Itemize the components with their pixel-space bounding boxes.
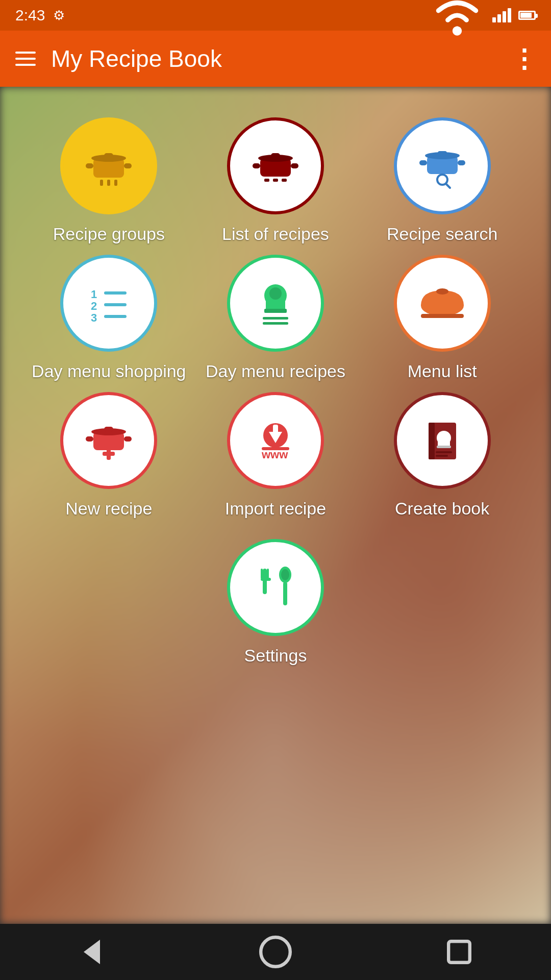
svg-point-37 (436, 288, 448, 295)
pot-search-icon (414, 138, 470, 194)
day-menu-shopping-icon-circle: 1 2 3 (60, 255, 157, 352)
signal-icon (492, 8, 511, 22)
menu-list-label: Menu list (408, 361, 477, 382)
menu-grid: Recipe groups List of recipes (0, 87, 551, 687)
svg-point-0 (453, 26, 462, 35)
svg-rect-21 (458, 160, 465, 165)
bottom-navigation (0, 924, 551, 980)
svg-rect-6 (100, 180, 103, 186)
recent-icon (439, 924, 480, 980)
svg-rect-43 (124, 436, 132, 442)
recipe-groups-icon-circle (60, 117, 157, 214)
list-shopping-icon: 1 2 3 (81, 275, 137, 331)
create-book-icon-circle (394, 392, 491, 489)
utensils-icon (247, 559, 304, 616)
menu-item-recipe-groups[interactable]: Recipe groups (31, 117, 187, 244)
svg-rect-4 (86, 163, 93, 168)
svg-rect-15 (273, 179, 278, 182)
status-bar: 2:43 ⚙ (0, 0, 551, 31)
svg-text:2: 2 (91, 300, 97, 312)
svg-point-64 (281, 569, 289, 580)
svg-text:3: 3 (91, 311, 97, 324)
hamburger-menu-button[interactable] (15, 52, 36, 66)
menu-list-icon-circle (394, 255, 491, 352)
day-menu-shopping-label: Day menu shopping (32, 361, 186, 382)
svg-rect-61 (261, 578, 271, 581)
day-menu-recipes-label: Day menu recipes (206, 361, 345, 382)
import-recipe-label: Import recipe (225, 498, 326, 519)
svg-rect-5 (124, 163, 132, 168)
home-icon (255, 924, 296, 980)
svg-rect-45 (103, 452, 115, 456)
svg-rect-20 (419, 160, 427, 165)
pot-plus-icon (81, 412, 137, 469)
svg-rect-55 (437, 446, 451, 448)
day-menu-recipes-icon-circle (227, 255, 324, 352)
svg-rect-12 (253, 163, 260, 168)
menu-item-list-of-recipes[interactable]: List of recipes (197, 117, 354, 244)
svg-rect-13 (291, 163, 298, 168)
menu-item-day-menu-shopping[interactable]: 1 2 3 Day menu shopping (31, 255, 187, 382)
svg-rect-38 (421, 314, 464, 318)
svg-rect-33 (263, 317, 288, 320)
cloche-icon (414, 275, 470, 331)
svg-rect-16 (282, 179, 287, 182)
recent-button[interactable] (439, 932, 480, 972)
pot-groups-icon (81, 138, 137, 194)
list-recipes-icon-circle (227, 117, 324, 214)
svg-rect-25 (104, 291, 127, 295)
home-button[interactable] (255, 932, 296, 972)
svg-rect-7 (107, 180, 110, 186)
svg-point-35 (269, 287, 282, 300)
menu-item-settings[interactable]: Settings (197, 539, 354, 666)
menu-item-day-menu-recipes[interactable]: Day menu recipes (197, 255, 354, 382)
svg-rect-59 (261, 569, 263, 579)
svg-point-66 (261, 937, 290, 967)
new-recipe-label: New recipe (65, 498, 152, 519)
svg-rect-34 (263, 322, 288, 325)
status-time: 2:43 (15, 7, 45, 24)
chef-hat-icon (247, 275, 304, 331)
new-recipe-icon-circle (60, 392, 157, 489)
svg-rect-56 (436, 451, 452, 453)
wifi-icon (429, 0, 485, 43)
svg-rect-11 (271, 153, 280, 158)
import-recipe-icon-circle: www (227, 392, 324, 489)
svg-line-23 (446, 184, 450, 188)
pot-list-icon (247, 138, 304, 194)
svg-rect-29 (104, 315, 127, 318)
svg-rect-19 (438, 151, 447, 156)
svg-rect-57 (436, 455, 448, 457)
svg-rect-58 (263, 569, 267, 594)
menu-item-recipe-search[interactable]: Recipe search (364, 117, 520, 244)
svg-rect-67 (448, 941, 470, 963)
menu-item-new-recipe[interactable]: New recipe (31, 392, 187, 519)
svg-rect-63 (283, 582, 287, 605)
settings-status-icon: ⚙ (53, 8, 65, 23)
svg-marker-65 (84, 940, 100, 964)
svg-rect-41 (104, 427, 113, 432)
svg-rect-14 (264, 179, 269, 182)
list-recipes-label: List of recipes (222, 224, 329, 244)
more-options-button[interactable]: ⋮ (511, 46, 536, 71)
import-icon: www (247, 412, 304, 469)
recipe-search-icon-circle (394, 117, 491, 214)
svg-rect-50 (262, 447, 289, 450)
back-button[interactable] (71, 932, 112, 972)
create-book-label: Create book (395, 498, 489, 519)
back-icon (71, 924, 112, 980)
book-icon (414, 412, 470, 469)
svg-rect-8 (114, 180, 117, 186)
svg-rect-60 (267, 569, 269, 579)
svg-rect-48 (273, 425, 278, 436)
recipe-search-label: Recipe search (387, 224, 497, 244)
svg-rect-52 (429, 423, 435, 459)
menu-item-menu-list[interactable]: Menu list (364, 255, 520, 382)
svg-rect-32 (264, 309, 287, 313)
app-title: My Recipe Book (51, 45, 222, 72)
svg-rect-42 (86, 436, 93, 442)
svg-rect-27 (104, 303, 127, 306)
svg-text:1: 1 (91, 288, 97, 301)
menu-item-create-book[interactable]: Create book (364, 392, 520, 519)
menu-item-import-recipe[interactable]: www Import recipe (197, 392, 354, 519)
